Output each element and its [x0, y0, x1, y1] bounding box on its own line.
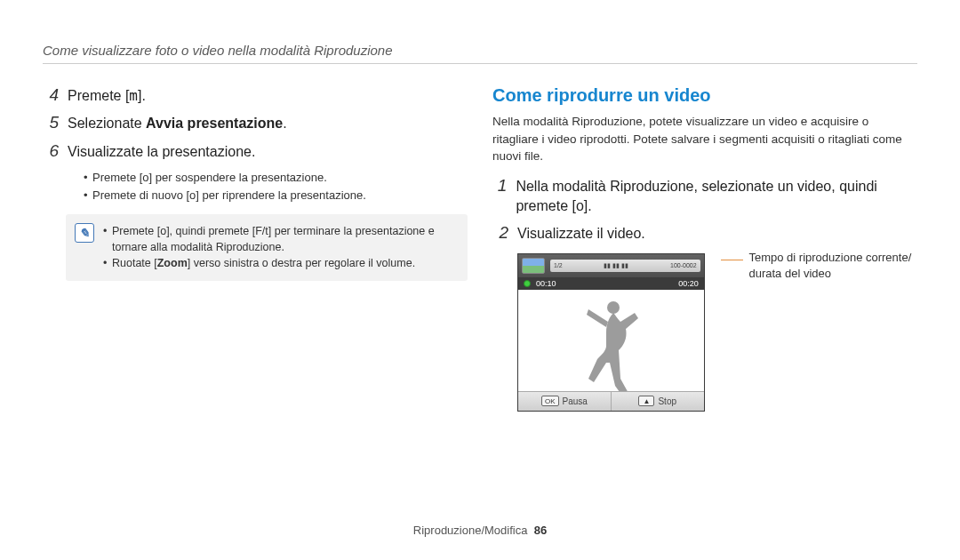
video-status-strip: 1/2 ▮▮ ▮▮ ▮▮ 100-0002: [550, 260, 700, 272]
list-item: Premete [o] per sospendere la presentazi…: [84, 169, 468, 187]
callout-line-icon: [721, 260, 744, 260]
step-num: 6: [43, 141, 59, 161]
step-1: 1 Nella modalità Riproduzione, seleziona…: [492, 176, 917, 217]
dancer-silhouette-icon: [562, 297, 660, 391]
step-text: Visualizzate il video.: [517, 224, 645, 244]
video-bottom-bar: OK Pausa ▲ Stop: [518, 391, 704, 411]
step-6: 6 Visualizzate la presentazione.: [43, 141, 468, 162]
step-text: Nella modalità Riproduzione, selezionate…: [516, 177, 917, 217]
step-num: 2: [492, 223, 508, 243]
ok-tag: OK: [541, 396, 559, 406]
step-6-sublist: Premete [o] per sospendere la presentazi…: [43, 169, 468, 204]
footer-page: 86: [534, 524, 547, 537]
step-4: 4 Premete [m].: [43, 85, 468, 106]
step-5: 5 Selezionate Avvia presentazione.: [43, 113, 468, 133]
step-num: 5: [43, 113, 59, 132]
time-current: 00:10: [536, 279, 556, 288]
note-icon: ✎: [75, 223, 94, 243]
stop-button[interactable]: ▲ Stop: [612, 392, 704, 411]
stop-label: Stop: [658, 396, 676, 406]
video-counter: 1/2: [554, 262, 563, 268]
video-topbar: 1/2 ▮▮ ▮▮ ▮▮ 100-0002: [518, 254, 704, 277]
video-thumbnail-icon: [522, 258, 545, 274]
list-item: Premete di nuovo [o] per riprendere la p…: [84, 187, 468, 204]
step-text: Premete [m].: [68, 86, 146, 106]
section-heading: Come riprodurre un video: [492, 85, 917, 106]
note-list: Premete [o], quindi premete [F/t] per te…: [103, 223, 455, 271]
left-column: 4 Premete [m]. 5 Selezionate Avvia prese…: [43, 85, 468, 412]
callout: Tempo di riproduzione corrente/ durata d…: [721, 253, 917, 282]
time-total: 00:20: [678, 279, 699, 288]
play-indicator-icon: [524, 280, 531, 287]
list-item: Premete [o], quindi premete [F/t] per te…: [103, 223, 455, 255]
video-preview: 1/2 ▮▮ ▮▮ ▮▮ 100-0002 00:10 00:20: [517, 253, 705, 412]
up-icon: ▲: [638, 396, 654, 406]
page-footer: Riproduzione/Modifica 86: [0, 524, 960, 537]
section-intro: Nella modalità Riproduzione, potete visu…: [492, 113, 917, 165]
note-box: ✎ Premete [o], quindi premete [F/t] per …: [66, 214, 468, 280]
pause-button[interactable]: OK Pausa: [518, 392, 612, 411]
pause-label: Pausa: [563, 396, 588, 406]
step-num: 4: [43, 85, 59, 105]
callout-text: Tempo di riproduzione corrente/ durata d…: [748, 250, 917, 282]
svg-point-0: [607, 301, 620, 314]
list-item: Ruotate [Zoom] verso sinistra o destra p…: [103, 255, 455, 271]
step-text: Selezionate Avvia presentazione.: [68, 114, 287, 133]
video-filenum: 100-0002: [670, 262, 697, 268]
video-body: [518, 290, 704, 391]
step-num: 1: [492, 176, 507, 196]
right-column: Come riprodurre un video Nella modalità …: [492, 85, 917, 412]
footer-section: Riproduzione/Modifica: [413, 524, 528, 537]
menu-glyph: m: [129, 87, 138, 104]
step-2: 2 Visualizzate il video.: [492, 223, 917, 244]
step-text: Visualizzate la presentazione.: [68, 142, 255, 162]
video-time-bar: 00:10 00:20: [518, 277, 704, 290]
page-header: Come visualizzare foto o video nella mod…: [43, 43, 917, 64]
